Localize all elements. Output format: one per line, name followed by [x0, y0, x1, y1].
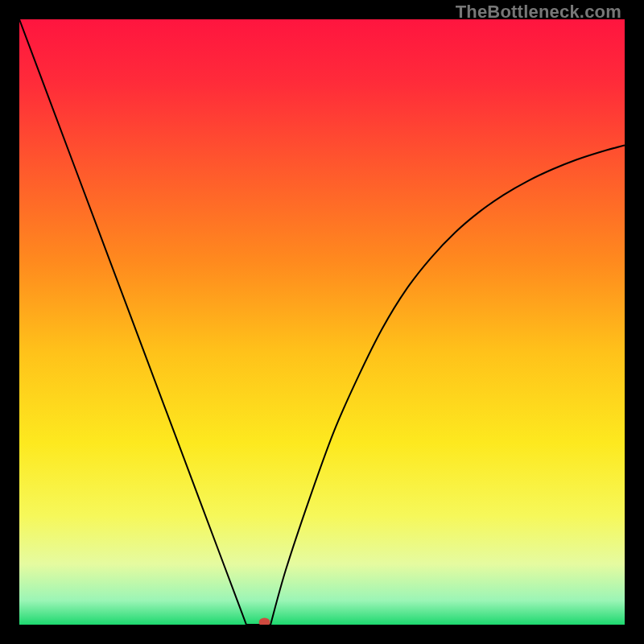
bottleneck-chart — [19, 19, 625, 625]
chart-frame — [19, 19, 625, 625]
gradient-background — [19, 19, 625, 625]
